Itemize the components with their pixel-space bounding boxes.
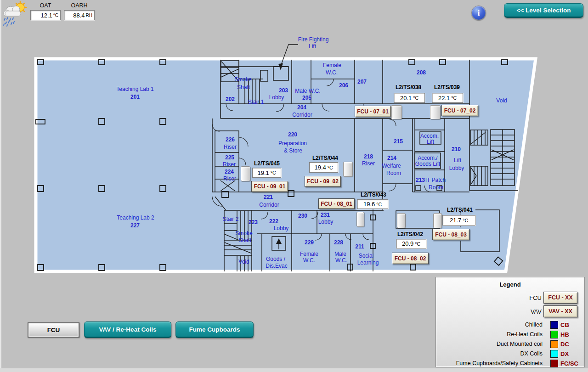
temperature-display: 20.9°C (396, 239, 426, 248)
room-label: 225 (225, 154, 234, 161)
room-label: Male (334, 251, 346, 257)
room-label: 215 (394, 138, 403, 145)
room-label: Lift (309, 43, 316, 50)
room-label: 203 (279, 87, 288, 94)
legend-color-swatch (550, 331, 558, 338)
room-label: Void (496, 97, 507, 104)
fcu-button[interactable]: FCU - 08_02 (392, 253, 429, 264)
fcu-device-icon (391, 105, 402, 119)
legend-vav-label: VAV (440, 308, 542, 315)
legend-code: HB (560, 331, 569, 338)
fume-cupboards-tab-button[interactable]: Fume Cupboards (175, 321, 254, 338)
room-label: Preparation (278, 140, 307, 147)
temperature-display: 19.6°C (357, 199, 388, 209)
room-label: Shaft (238, 237, 251, 243)
room-label: Room (386, 170, 401, 176)
sensor-label: L2/TS/038 (396, 84, 421, 90)
legend-color-swatch (550, 321, 558, 329)
temperature-display: 19.4°C (309, 162, 338, 173)
room-label: Social (359, 253, 374, 259)
room-label: 206 (339, 82, 348, 89)
room-label: Smoke (234, 76, 251, 83)
legend-color-swatch (550, 360, 558, 367)
bms-level-screen: OAT 12.1 °C OARH 88.4 RH i << Level Sele… (0, 0, 588, 372)
fcu-device-icon (241, 166, 250, 181)
temperature-display: 20.1°C (394, 93, 425, 103)
room-label: Room (429, 184, 443, 191)
legend-label: Duct Mounted coil (440, 341, 543, 347)
fcu-button[interactable]: FCU - 07_02 (441, 105, 478, 116)
fcu-device-icon (343, 162, 353, 177)
room-label: Stair 1 (248, 99, 264, 105)
room-label: 202 (226, 96, 235, 102)
room-label: 228 (334, 239, 343, 246)
room-label: 227 (130, 222, 140, 229)
room-label: & Store (284, 147, 302, 154)
legend-fcu-sample-button: FCU - XX (543, 292, 577, 304)
vav-reheat-tab-button[interactable]: VAV / Re-Heat Coils (84, 321, 171, 338)
legend-label: Re-Heat Coils (440, 331, 543, 338)
room-label: 224 (225, 169, 234, 175)
room-label: Void (238, 259, 249, 265)
temperature-display: 22.1°C (432, 93, 463, 103)
temperature-display: 19.1°C (252, 168, 281, 178)
room-label: Dis.Evac (266, 263, 287, 269)
room-label: 204 (297, 104, 306, 111)
legend-panel: Legend FCU FCU - XX VAV VAV - XX Chilled… (435, 277, 585, 367)
fcu-device-icon (433, 213, 442, 228)
room-label: Goods Lift (415, 161, 441, 167)
sensor-label: L2/TS/041 (447, 207, 473, 213)
room-label: Riser (223, 175, 236, 182)
sensor-label: L2/TS/042 (397, 231, 423, 237)
room-label: W.C. (326, 69, 338, 76)
legend-label: DX Coils (440, 350, 543, 357)
room-label: Fire Fighting (298, 36, 329, 43)
room-label: Accom. (420, 133, 439, 139)
room-label: Male W.C. (295, 88, 320, 94)
legend-vav-sample-button: VAV - XX (543, 305, 577, 317)
room-label: 218 (364, 153, 373, 160)
legend-code: DX (560, 350, 569, 357)
window-bottom-edge (0, 368, 588, 372)
room-label: 220 (288, 131, 297, 138)
room-label: 213 (416, 177, 425, 183)
fcu-device-icon (356, 212, 364, 227)
room-label: Lobby (269, 94, 284, 101)
room-label: Welfare (382, 163, 401, 169)
room-label: 208 (417, 69, 426, 76)
room-label: Lobby (318, 219, 334, 225)
fcu-button[interactable]: FCU - 08_01 (318, 198, 355, 209)
room-label: Learning (357, 259, 379, 266)
room-label: Teaching Lab 2 (117, 214, 154, 221)
room-label: 230 (298, 213, 307, 219)
room-label: Female (300, 251, 318, 257)
room-label: 226 (226, 136, 235, 143)
room-label: 231 (321, 212, 330, 218)
room-label: Female (323, 62, 341, 68)
temperature-display: 21.7°C (442, 215, 475, 225)
room-label: IT Patch (425, 177, 446, 183)
room-label: W.C. (335, 257, 347, 264)
fcu-button[interactable]: FCU - 09_02 (305, 176, 341, 187)
fcu-button[interactable]: FCU - 09_01 (251, 181, 288, 192)
room-label: 210 (452, 146, 461, 152)
room-label: Riser (224, 144, 237, 150)
room-label: Goods / (266, 256, 285, 262)
legend-code: FC/SC (560, 360, 578, 367)
fcu-button[interactable]: FCU - 07_01 (355, 106, 391, 117)
sensor-label: L2/TS/043 (361, 192, 386, 198)
room-label: 201 (130, 94, 140, 100)
sensor-label: L2/TS/045 (254, 160, 280, 167)
room-label: 229 (305, 239, 314, 246)
room-label: Shaft (237, 84, 250, 90)
legend-label: Chilled (440, 321, 543, 328)
room-label: 207 (357, 79, 367, 85)
fcu-tab-button[interactable]: FCU (28, 322, 79, 338)
room-label: Smoke (235, 230, 252, 237)
legend-color-swatch (550, 350, 558, 358)
sensor-label: L2/TS/044 (312, 155, 338, 161)
room-label: Corridor (292, 112, 312, 118)
fcu-button[interactable]: FCU - 08_03 (432, 229, 469, 240)
legend-code: DC (560, 341, 569, 348)
room-label: Accom./ (418, 155, 437, 161)
